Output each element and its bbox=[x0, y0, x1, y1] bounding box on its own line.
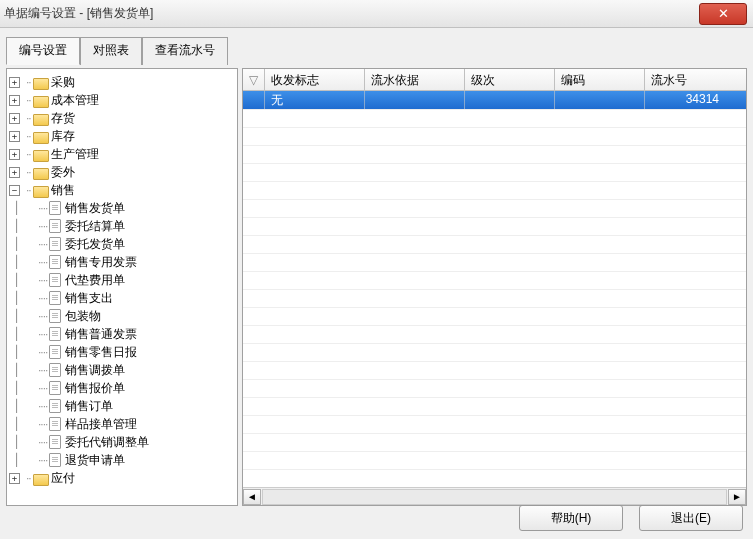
tree-item[interactable]: │····销售报价单 bbox=[9, 379, 235, 397]
close-icon: ✕ bbox=[718, 6, 729, 21]
tree-label: 销售专用发票 bbox=[65, 254, 137, 271]
grid-body[interactable]: 无 34314 bbox=[243, 91, 746, 487]
tree-label: 样品接单管理 bbox=[65, 416, 137, 433]
tree-connector: │ bbox=[11, 309, 22, 323]
tree-connector: ···· bbox=[38, 381, 47, 395]
col-level[interactable]: 级次 bbox=[465, 69, 555, 90]
tree-folder[interactable]: +··委外 bbox=[9, 163, 235, 181]
scroll-left-button[interactable]: ◄ bbox=[243, 489, 261, 505]
tree-connector: ·· bbox=[26, 129, 31, 143]
col-code[interactable]: 编码 bbox=[555, 69, 645, 90]
expand-icon[interactable]: + bbox=[9, 149, 20, 160]
document-icon bbox=[49, 273, 61, 287]
grid-panel: ▽ 收发标志 流水依据 级次 编码 流水号 无 34314 ◄ ► bbox=[242, 68, 747, 506]
cell: 34314 bbox=[645, 91, 725, 109]
tree-item[interactable]: │····销售专用发票 bbox=[9, 253, 235, 271]
tab-numbering[interactable]: 编号设置 bbox=[6, 37, 80, 65]
document-icon bbox=[49, 453, 61, 467]
folder-icon bbox=[33, 166, 47, 178]
document-icon bbox=[49, 255, 61, 269]
document-icon bbox=[49, 291, 61, 305]
tree-connector: │ bbox=[11, 453, 22, 467]
document-icon bbox=[49, 381, 61, 395]
tree-label: 销售订单 bbox=[65, 398, 113, 415]
tree-connector: ·· bbox=[26, 471, 31, 485]
tree-panel[interactable]: +··采购+··成本管理+··存货+··库存+··生产管理+··委外−··销售│… bbox=[6, 68, 238, 506]
tree-item[interactable]: │····销售支出 bbox=[9, 289, 235, 307]
tree-folder[interactable]: +··采购 bbox=[9, 73, 235, 91]
tree-label: 采购 bbox=[51, 74, 75, 91]
expand-icon[interactable]: + bbox=[9, 167, 20, 178]
close-button[interactable]: ✕ bbox=[699, 3, 747, 25]
table-row[interactable]: 无 34314 bbox=[243, 91, 746, 109]
folder-icon bbox=[33, 130, 47, 142]
exit-button[interactable]: 退出(E) bbox=[639, 505, 743, 531]
tab-label: 查看流水号 bbox=[155, 43, 215, 57]
tree-item[interactable]: │····销售发货单 bbox=[9, 199, 235, 217]
document-icon bbox=[49, 237, 61, 251]
cell: 无 bbox=[265, 91, 365, 109]
tree-item[interactable]: │····委托代销调整单 bbox=[9, 433, 235, 451]
scroll-right-button[interactable]: ► bbox=[728, 489, 746, 505]
tree-connector: ·· bbox=[26, 111, 31, 125]
tree-item[interactable]: │····销售订单 bbox=[9, 397, 235, 415]
expand-icon[interactable]: + bbox=[9, 95, 20, 106]
tree-connector: │ bbox=[11, 291, 22, 305]
col-label: 流水依据 bbox=[371, 73, 419, 87]
tree-item[interactable]: │····销售调拨单 bbox=[9, 361, 235, 379]
tree-connector: ···· bbox=[38, 255, 47, 269]
tree-label: 销售 bbox=[51, 182, 75, 199]
expand-icon[interactable]: + bbox=[9, 131, 20, 142]
tab-bar: 编号设置 对照表 查看流水号 bbox=[0, 28, 753, 64]
document-icon bbox=[49, 435, 61, 449]
tree-connector: ·· bbox=[26, 183, 31, 197]
window-title: 单据编号设置 - [销售发货单] bbox=[0, 5, 153, 22]
tree-connector: │ bbox=[11, 219, 22, 233]
tree-folder[interactable]: +··存货 bbox=[9, 109, 235, 127]
tree-item[interactable]: │····样品接单管理 bbox=[9, 415, 235, 433]
tree-connector: ···· bbox=[38, 453, 47, 467]
tree-connector: │ bbox=[11, 399, 22, 413]
document-icon bbox=[49, 309, 61, 323]
tree-label: 代垫费用单 bbox=[65, 272, 125, 289]
expand-icon[interactable]: + bbox=[9, 473, 20, 484]
tree-folder[interactable]: −··销售 bbox=[9, 181, 235, 199]
tree-connector: ·· bbox=[26, 165, 31, 179]
tree-item[interactable]: │····委托发货单 bbox=[9, 235, 235, 253]
document-icon bbox=[49, 219, 61, 233]
expand-icon[interactable]: + bbox=[9, 77, 20, 88]
tree-item[interactable]: │····代垫费用单 bbox=[9, 271, 235, 289]
expand-icon[interactable]: + bbox=[9, 113, 20, 124]
tree-folder[interactable]: +··生产管理 bbox=[9, 145, 235, 163]
col-receive-flag[interactable]: 收发标志 bbox=[265, 69, 365, 90]
tree-folder[interactable]: +··库存 bbox=[9, 127, 235, 145]
tree-label: 委托发货单 bbox=[65, 236, 125, 253]
scroll-track[interactable] bbox=[262, 489, 727, 505]
main-area: +··采购+··成本管理+··存货+··库存+··生产管理+··委外−··销售│… bbox=[0, 64, 753, 506]
tree-item[interactable]: │····销售零售日报 bbox=[9, 343, 235, 361]
tree-folder[interactable]: +··应付 bbox=[9, 469, 235, 487]
grid-corner[interactable]: ▽ bbox=[243, 69, 265, 90]
tab-serial[interactable]: 查看流水号 bbox=[142, 37, 228, 65]
tree-label: 销售支出 bbox=[65, 290, 113, 307]
tree-item[interactable]: │····委托结算单 bbox=[9, 217, 235, 235]
tree-label: 库存 bbox=[51, 128, 75, 145]
col-serial-basis[interactable]: 流水依据 bbox=[365, 69, 465, 90]
cell bbox=[555, 91, 645, 109]
button-bar: 帮助(H) 退出(E) bbox=[519, 505, 743, 531]
horizontal-scrollbar[interactable]: ◄ ► bbox=[243, 487, 746, 505]
tree-item[interactable]: │····销售普通发票 bbox=[9, 325, 235, 343]
titlebar: 单据编号设置 - [销售发货单] ✕ bbox=[0, 0, 753, 28]
help-button[interactable]: 帮助(H) bbox=[519, 505, 623, 531]
tree-label: 包装物 bbox=[65, 308, 101, 325]
tab-lookup[interactable]: 对照表 bbox=[80, 37, 142, 65]
tree-folder[interactable]: +··成本管理 bbox=[9, 91, 235, 109]
tree-item[interactable]: │····包装物 bbox=[9, 307, 235, 325]
tree-item[interactable]: │····退货申请单 bbox=[9, 451, 235, 469]
row-marker bbox=[243, 91, 265, 109]
tree-connector: ···· bbox=[38, 399, 47, 413]
chevron-right-icon: ► bbox=[732, 491, 742, 502]
collapse-icon[interactable]: − bbox=[9, 185, 20, 196]
cell bbox=[365, 91, 465, 109]
col-serial-no[interactable]: 流水号 bbox=[645, 69, 725, 90]
